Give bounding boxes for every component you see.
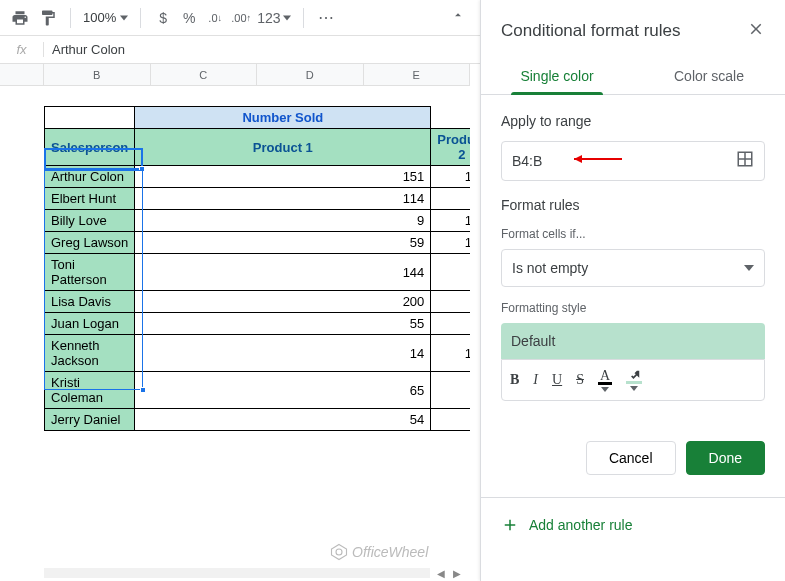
tab-single-color[interactable]: Single color (481, 58, 633, 94)
plus-icon (501, 516, 519, 534)
text-color-button[interactable]: A (598, 368, 612, 392)
cell[interactable]: Arthur Colon (45, 166, 135, 188)
cell[interactable]: 14 (135, 335, 431, 372)
column-headers: B C D E (0, 64, 470, 86)
add-rule-label: Add another rule (529, 517, 633, 533)
cancel-button[interactable]: Cancel (586, 441, 676, 475)
cell[interactable]: 65 (431, 254, 470, 291)
spreadsheet-area: B C D E Number Sold Salesperson Product … (0, 64, 470, 581)
cell[interactable]: 144 (135, 254, 431, 291)
cell[interactable]: 114 (135, 188, 431, 210)
bold-button[interactable]: B (510, 372, 519, 388)
cell[interactable]: Lisa Davis (45, 291, 135, 313)
conditional-format-sidebar: Conditional format rules Single color Co… (480, 0, 785, 581)
cell[interactable]: Kenneth Jackson (45, 335, 135, 372)
cell[interactable]: Billy Love (45, 210, 135, 232)
format-if-label: Format cells if... (501, 227, 765, 241)
style-toolbar: B I U S A (501, 359, 765, 401)
cell[interactable]: 200 (135, 291, 431, 313)
formula-input[interactable]: Arthur Colon (44, 42, 125, 57)
col-header[interactable]: D (257, 64, 364, 85)
col-header[interactable]: C (151, 64, 258, 85)
add-rule-button[interactable]: Add another rule (501, 516, 765, 534)
cell[interactable]: 169 (431, 210, 470, 232)
sidebar-title: Conditional format rules (501, 21, 681, 41)
decrease-decimal-icon[interactable]: .0↓ (205, 8, 225, 28)
col-header[interactable]: B (44, 64, 151, 85)
percent-icon[interactable]: % (179, 8, 199, 28)
cell[interactable]: 54 (135, 409, 431, 431)
cell[interactable]: 27 (431, 409, 470, 431)
condition-dropdown[interactable]: Is not empty (501, 249, 765, 287)
cell[interactable]: Elbert Hunt (45, 188, 135, 210)
cell[interactable]: Kristi Coleman (45, 372, 135, 409)
cell[interactable]: 156 (431, 335, 470, 372)
currency-icon[interactable]: $ (153, 8, 173, 28)
col-header[interactable]: E (364, 64, 471, 85)
increase-decimal-icon[interactable]: .00↑ (231, 8, 251, 28)
underline-button[interactable]: U (552, 372, 562, 388)
horizontal-scrollbar[interactable]: ◀ ▶ (44, 567, 464, 579)
more-actions-icon[interactable]: ⋯ (316, 8, 336, 28)
fx-label[interactable]: fx (0, 42, 44, 57)
cell[interactable]: 65 (135, 372, 431, 409)
annotation-arrow-icon (574, 154, 628, 164)
header-cell[interactable]: Product 1 (135, 129, 431, 166)
select-range-icon[interactable] (736, 150, 754, 172)
format-rules-label: Format rules (501, 197, 765, 213)
cell[interactable]: 42 (431, 291, 470, 313)
done-button[interactable]: Done (686, 441, 765, 475)
cell[interactable] (45, 107, 135, 129)
zoom-dropdown[interactable]: 100% (83, 10, 128, 25)
cell[interactable]: Jerry Daniel (45, 409, 135, 431)
merged-header-cell[interactable]: Number Sold (135, 107, 431, 129)
svg-marker-6 (574, 155, 582, 163)
range-input[interactable]: B4:B (501, 141, 765, 181)
cell[interactable]: 151 (135, 166, 431, 188)
header-cell[interactable]: Product 2 (431, 129, 470, 166)
cell[interactable]: 9 (135, 210, 431, 232)
scroll-right-icon[interactable]: ▶ (450, 567, 464, 579)
more-formats-dropdown[interactable]: 123 (257, 10, 290, 26)
cell[interactable]: 155 (431, 232, 470, 254)
watermark: OfficeWheel (330, 543, 428, 561)
cell[interactable]: Juan Logan (45, 313, 135, 335)
header-cell[interactable]: Salesperson (45, 129, 135, 166)
formatting-style-label: Formatting style (501, 301, 765, 315)
svg-point-1 (336, 549, 342, 555)
fill-color-button[interactable] (626, 369, 642, 391)
svg-marker-0 (332, 545, 347, 560)
format-group: $ % .0↓ .00↑ 123 (153, 8, 290, 28)
italic-button[interactable]: I (533, 372, 538, 388)
close-icon[interactable] (747, 20, 765, 42)
scroll-left-icon[interactable]: ◀ (434, 567, 448, 579)
condition-value: Is not empty (512, 260, 588, 276)
data-table: Number Sold Salesperson Product 1 Produc… (44, 106, 470, 431)
cell[interactable]: 143 (431, 166, 470, 188)
print-icon[interactable] (10, 8, 30, 28)
sidebar-tabs: Single color Color scale (481, 58, 785, 95)
collapse-toolbar-icon[interactable] (451, 8, 465, 26)
apply-range-label: Apply to range (501, 113, 765, 129)
cell[interactable]: 19 (431, 188, 470, 210)
cell[interactable]: 2 (431, 372, 470, 409)
paint-format-icon[interactable] (38, 8, 58, 28)
cell[interactable]: Toni Patterson (45, 254, 135, 291)
zoom-value: 100% (83, 10, 116, 25)
style-preview[interactable]: Default (501, 323, 765, 359)
tab-color-scale[interactable]: Color scale (633, 58, 785, 94)
cell[interactable]: 55 (135, 313, 431, 335)
cell[interactable]: 46 (431, 313, 470, 335)
chevron-down-icon (744, 263, 754, 273)
cell[interactable]: 59 (135, 232, 431, 254)
strikethrough-button[interactable]: S (576, 372, 584, 388)
cell[interactable]: Greg Lawson (45, 232, 135, 254)
